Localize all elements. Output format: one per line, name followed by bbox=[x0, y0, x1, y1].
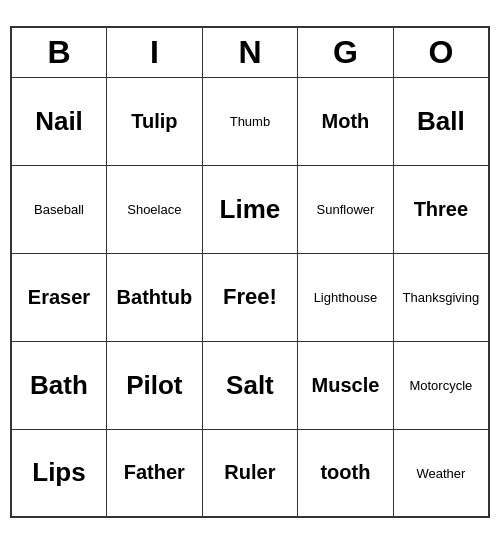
cell-1-2: Lime bbox=[202, 165, 297, 253]
cell-text-4-0: Lips bbox=[32, 457, 85, 487]
header-col-b: B bbox=[11, 27, 106, 77]
cell-1-4: Three bbox=[393, 165, 489, 253]
cell-4-4: Weather bbox=[393, 429, 489, 517]
row-0: NailTulipThumbMothBall bbox=[11, 77, 489, 165]
row-2: EraserBathtubFree!LighthouseThanksgiving bbox=[11, 253, 489, 341]
cell-1-1: Shoelace bbox=[106, 165, 202, 253]
cell-1-0: Baseball bbox=[11, 165, 106, 253]
cell-text-0-4: Ball bbox=[417, 106, 465, 136]
cell-1-3: Sunflower bbox=[298, 165, 394, 253]
header-col-g: G bbox=[298, 27, 394, 77]
cell-text-1-4: Three bbox=[414, 198, 468, 220]
cell-0-1: Tulip bbox=[106, 77, 202, 165]
cell-2-1: Bathtub bbox=[106, 253, 202, 341]
bingo-card: BINGO NailTulipThumbMothBallBaseballShoe… bbox=[10, 26, 490, 518]
cell-text-0-1: Tulip bbox=[131, 110, 177, 132]
cell-text-1-0: Baseball bbox=[34, 202, 84, 217]
row-1: BaseballShoelaceLimeSunflowerThree bbox=[11, 165, 489, 253]
cell-3-0: Bath bbox=[11, 341, 106, 429]
header-col-n: N bbox=[202, 27, 297, 77]
cell-text-4-4: Weather bbox=[416, 466, 465, 481]
cell-4-0: Lips bbox=[11, 429, 106, 517]
cell-text-3-4: Motorcycle bbox=[409, 378, 472, 393]
cell-2-0: Eraser bbox=[11, 253, 106, 341]
cell-0-3: Moth bbox=[298, 77, 394, 165]
cell-3-2: Salt bbox=[202, 341, 297, 429]
cell-text-1-2: Lime bbox=[220, 194, 281, 224]
cell-text-0-2: Thumb bbox=[230, 114, 270, 129]
cell-text-0-0: Nail bbox=[35, 106, 83, 136]
cell-text-2-0: Eraser bbox=[28, 286, 90, 308]
cell-4-3: tooth bbox=[298, 429, 394, 517]
cell-text-2-3: Lighthouse bbox=[314, 290, 378, 305]
cell-text-4-3: tooth bbox=[320, 461, 370, 483]
header-col-o: O bbox=[393, 27, 489, 77]
cell-text-4-2: Ruler bbox=[224, 461, 275, 483]
cell-3-4: Motorcycle bbox=[393, 341, 489, 429]
cell-text-1-3: Sunflower bbox=[317, 202, 375, 217]
cell-text-4-1: Father bbox=[124, 461, 185, 483]
row-3: BathPilotSaltMuscleMotorcycle bbox=[11, 341, 489, 429]
cell-2-2: Free! bbox=[202, 253, 297, 341]
cell-0-4: Ball bbox=[393, 77, 489, 165]
cell-text-3-3: Muscle bbox=[312, 374, 380, 396]
cell-text-3-2: Salt bbox=[226, 370, 274, 400]
cell-0-0: Nail bbox=[11, 77, 106, 165]
cell-2-4: Thanksgiving bbox=[393, 253, 489, 341]
header-row: BINGO bbox=[11, 27, 489, 77]
cell-text-2-4: Thanksgiving bbox=[403, 290, 480, 305]
cell-4-1: Father bbox=[106, 429, 202, 517]
cell-0-2: Thumb bbox=[202, 77, 297, 165]
row-4: LipsFatherRulertoothWeather bbox=[11, 429, 489, 517]
cell-text-3-0: Bath bbox=[30, 370, 88, 400]
cell-text-2-2: Free! bbox=[223, 284, 277, 309]
cell-2-3: Lighthouse bbox=[298, 253, 394, 341]
cell-3-1: Pilot bbox=[106, 341, 202, 429]
cell-3-3: Muscle bbox=[298, 341, 394, 429]
cell-text-3-1: Pilot bbox=[126, 370, 182, 400]
cell-text-0-3: Moth bbox=[322, 110, 370, 132]
cell-text-2-1: Bathtub bbox=[117, 286, 193, 308]
header-col-i: I bbox=[106, 27, 202, 77]
cell-text-1-1: Shoelace bbox=[127, 202, 181, 217]
cell-4-2: Ruler bbox=[202, 429, 297, 517]
